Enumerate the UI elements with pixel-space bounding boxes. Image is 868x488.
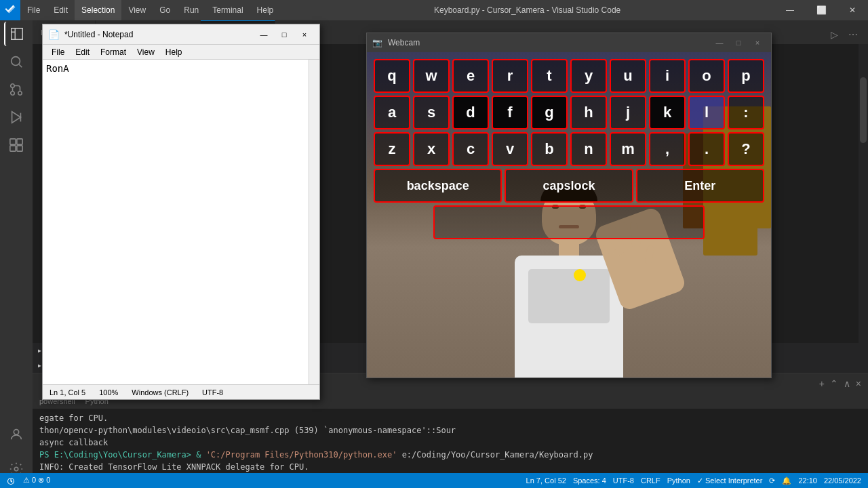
- keyboard-row-5: [374, 205, 764, 239]
- notepad-position: Ln 1, Col 5: [50, 388, 85, 396]
- key-h[interactable]: h: [570, 96, 607, 129]
- key-r[interactable]: r: [492, 59, 528, 93]
- key-z[interactable]: z: [374, 132, 410, 166]
- key-comma[interactable]: ,: [649, 132, 686, 166]
- status-interpreter[interactable]: ✓ Select Interpreter: [697, 476, 762, 485]
- notepad-menu-view[interactable]: View: [132, 45, 160, 59]
- activity-explorer[interactable]: [4, 22, 28, 46]
- key-o[interactable]: o: [688, 59, 725, 93]
- webcam-minimize[interactable]: —: [711, 36, 728, 49]
- status-sync[interactable]: ⟳: [769, 476, 775, 485]
- svg-point-3: [11, 92, 15, 96]
- key-k[interactable]: k: [649, 96, 686, 129]
- key-s[interactable]: s: [413, 96, 450, 129]
- svg-point-1: [18, 92, 22, 96]
- split-editor-button[interactable]: ⋯: [844, 25, 863, 44]
- menu-run[interactable]: Run: [177, 0, 205, 20]
- svg-rect-7: [10, 146, 16, 151]
- notepad-close[interactable]: ×: [295, 27, 314, 42]
- key-u[interactable]: u: [610, 59, 646, 93]
- webcam-maximize[interactable]: □: [730, 36, 747, 49]
- webcam-title: Webcam: [388, 38, 711, 47]
- key-i[interactable]: i: [649, 59, 686, 93]
- menu-edit[interactable]: Edit: [47, 0, 75, 20]
- menu-go[interactable]: Go: [153, 0, 177, 20]
- key-a[interactable]: a: [374, 96, 410, 129]
- notepad-minimize[interactable]: —: [254, 27, 273, 42]
- terminal-close-btn[interactable]: ×: [856, 378, 861, 389]
- notepad-menu-file[interactable]: File: [46, 45, 70, 59]
- key-w[interactable]: w: [413, 59, 450, 93]
- activity-search[interactable]: [4, 49, 28, 74]
- activity-source-control[interactable]: [4, 77, 28, 102]
- terminal-arrow-up[interactable]: ∧: [844, 378, 850, 389]
- key-colon[interactable]: :: [728, 96, 764, 129]
- notepad-menu-format[interactable]: Format: [95, 45, 132, 59]
- run-button[interactable]: ▷: [825, 25, 844, 44]
- notepad-menu-help[interactable]: Help: [160, 45, 188, 59]
- status-spaces[interactable]: Spaces: 4: [573, 476, 606, 485]
- key-backspace[interactable]: backspace: [374, 169, 502, 203]
- activity-run[interactable]: [4, 105, 28, 129]
- menu-selection[interactable]: Selection: [75, 0, 121, 20]
- window-title: Keyboard.py - Cursor_Kamera - Visual Stu…: [280, 5, 774, 15]
- status-notifications[interactable]: 🔔: [782, 476, 791, 485]
- svg-rect-6: [17, 139, 22, 144]
- maximize-button[interactable]: ⬜: [806, 0, 837, 20]
- editor-scrollbar[interactable]: [859, 44, 868, 373]
- titlebar-menu: File Edit Selection View Go Run Terminal…: [20, 0, 280, 20]
- key-v[interactable]: v: [492, 132, 528, 166]
- status-errors[interactable]: ⚠ 0 ⊗ 0: [23, 476, 50, 485]
- key-t[interactable]: t: [531, 59, 568, 93]
- terminal-line-3: async callback: [39, 436, 861, 449]
- status-git[interactable]: [7, 476, 16, 485]
- menu-help[interactable]: Help: [250, 0, 281, 20]
- notepad-menu-edit[interactable]: Edit: [70, 45, 95, 59]
- status-encoding[interactable]: UTF-8: [613, 476, 634, 485]
- activity-bar: 0: [0, 20, 33, 488]
- menu-file[interactable]: File: [20, 0, 47, 20]
- terminal-controls: + ⌃ ∧ ×: [819, 378, 861, 389]
- activity-account[interactable]: [4, 422, 28, 447]
- status-line-ending[interactable]: CRLF: [641, 476, 660, 485]
- key-y[interactable]: y: [570, 59, 607, 93]
- key-f[interactable]: f: [492, 96, 528, 129]
- key-p[interactable]: p: [728, 59, 764, 93]
- key-e[interactable]: e: [452, 59, 489, 93]
- key-m[interactable]: m: [610, 132, 646, 166]
- key-period[interactable]: .: [688, 132, 725, 166]
- notepad-maximize[interactable]: □: [275, 27, 294, 42]
- key-enter[interactable]: Enter: [636, 169, 764, 203]
- terminal-add-btn[interactable]: +: [819, 378, 825, 389]
- svg-point-10: [14, 467, 18, 471]
- key-g[interactable]: g: [531, 96, 568, 129]
- svg-marker-4: [12, 112, 21, 123]
- status-bar: ⚠ 0 ⊗ 0 Ln 7, Col 52 Spaces: 4 UTF-8 CRL…: [0, 473, 868, 488]
- virtual-keyboard: q w e r t y u i o p a s d f g h j k: [374, 59, 764, 242]
- notepad-text-area[interactable]: RonA: [43, 60, 309, 384]
- key-j[interactable]: j: [610, 96, 646, 129]
- terminal-split-btn[interactable]: ⌃: [830, 378, 838, 389]
- key-c[interactable]: c: [452, 132, 489, 166]
- menu-terminal[interactable]: Terminal: [205, 0, 250, 20]
- key-l[interactable]: l: [688, 96, 725, 129]
- key-question[interactable]: ?: [728, 132, 764, 166]
- terminal-line-1: egate for CPU.: [39, 412, 861, 424]
- key-q[interactable]: q: [374, 59, 410, 93]
- keyboard-row-1: q w e r t y u i o p: [374, 59, 764, 93]
- status-language[interactable]: Python: [667, 476, 690, 485]
- activity-extensions[interactable]: [4, 133, 28, 157]
- key-b[interactable]: b: [531, 132, 568, 166]
- close-button[interactable]: ✕: [837, 0, 868, 20]
- minimize-button[interactable]: —: [774, 0, 806, 20]
- key-d[interactable]: d: [452, 96, 489, 129]
- key-capslock[interactable]: capslock: [505, 169, 633, 203]
- webcam-close[interactable]: ×: [749, 36, 766, 49]
- menu-view[interactable]: View: [121, 0, 153, 20]
- app-logo: [0, 0, 20, 20]
- key-n[interactable]: n: [570, 132, 607, 166]
- key-space[interactable]: [433, 205, 705, 239]
- notepad-scrollbar[interactable]: [309, 60, 319, 384]
- status-ln-col[interactable]: Ln 7, Col 52: [526, 476, 566, 485]
- key-x[interactable]: x: [413, 132, 450, 166]
